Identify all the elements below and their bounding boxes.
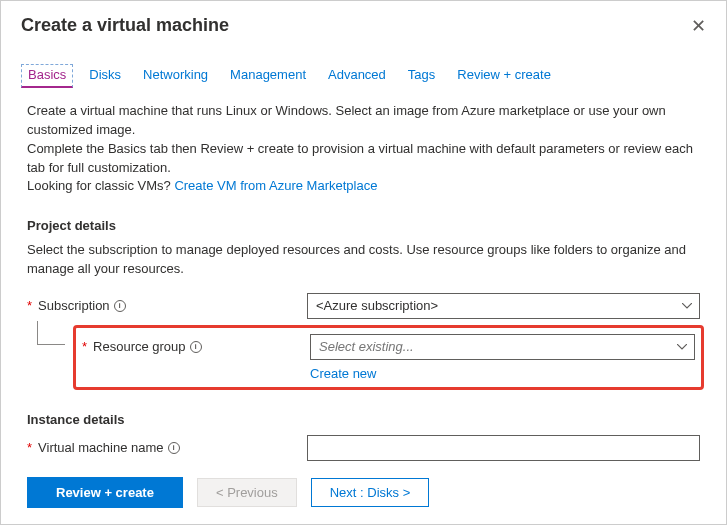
required-icon: * <box>27 440 32 455</box>
review-create-button[interactable]: Review + create <box>27 477 183 508</box>
tab-management[interactable]: Management <box>230 67 306 88</box>
highlight-box: * Resource group i Select existing... Cr… <box>73 325 704 390</box>
create-new-link[interactable]: Create new <box>310 366 376 381</box>
tab-tags[interactable]: Tags <box>408 67 435 88</box>
tree-connector <box>37 321 65 345</box>
resource-group-label: * Resource group i <box>82 339 310 354</box>
vm-name-input[interactable] <box>307 435 700 461</box>
dialog-title: Create a virtual machine <box>21 15 229 36</box>
intro-line3: Looking for classic VMs? Create VM from … <box>27 177 700 196</box>
info-icon[interactable]: i <box>114 300 126 312</box>
project-details-heading: Project details <box>27 218 700 233</box>
next-button[interactable]: Next : Disks > <box>311 478 430 507</box>
resource-group-select[interactable]: Select existing... <box>310 334 695 360</box>
intro-line1: Create a virtual machine that runs Linux… <box>27 102 700 140</box>
info-icon[interactable]: i <box>190 341 202 353</box>
dialog-footer: Review + create < Previous Next : Disks … <box>1 465 726 524</box>
project-details-desc: Select the subscription to manage deploy… <box>27 241 700 279</box>
resource-group-block: * Resource group i Select existing... Cr… <box>27 325 700 390</box>
subscription-label: * Subscription i <box>27 298 307 313</box>
required-icon: * <box>27 298 32 313</box>
vm-name-row: * Virtual machine name i <box>27 435 700 461</box>
info-icon[interactable]: i <box>168 442 180 454</box>
dialog-header: Create a virtual machine ✕ <box>1 1 726 46</box>
tab-basics[interactable]: Basics <box>21 64 73 88</box>
vm-name-label: * Virtual machine name i <box>27 440 307 455</box>
tab-advanced[interactable]: Advanced <box>328 67 386 88</box>
marketplace-link[interactable]: Create VM from Azure Marketplace <box>174 178 377 193</box>
required-icon: * <box>82 339 87 354</box>
intro-line2: Complete the Basics tab then Review + cr… <box>27 140 700 178</box>
tab-review-create[interactable]: Review + create <box>457 67 551 88</box>
tab-networking[interactable]: Networking <box>143 67 208 88</box>
instance-details-heading: Instance details <box>27 412 700 427</box>
tab-bar: Basics Disks Networking Management Advan… <box>27 67 700 88</box>
intro-text: Create a virtual machine that runs Linux… <box>27 102 700 196</box>
close-icon[interactable]: ✕ <box>691 17 706 35</box>
subscription-select[interactable]: <Azure subscription> <box>307 293 700 319</box>
dialog-body: Basics Disks Networking Management Advan… <box>1 49 726 464</box>
tab-disks[interactable]: Disks <box>89 67 121 88</box>
previous-button: < Previous <box>197 478 297 507</box>
subscription-row: * Subscription i <Azure subscription> <box>27 293 700 319</box>
